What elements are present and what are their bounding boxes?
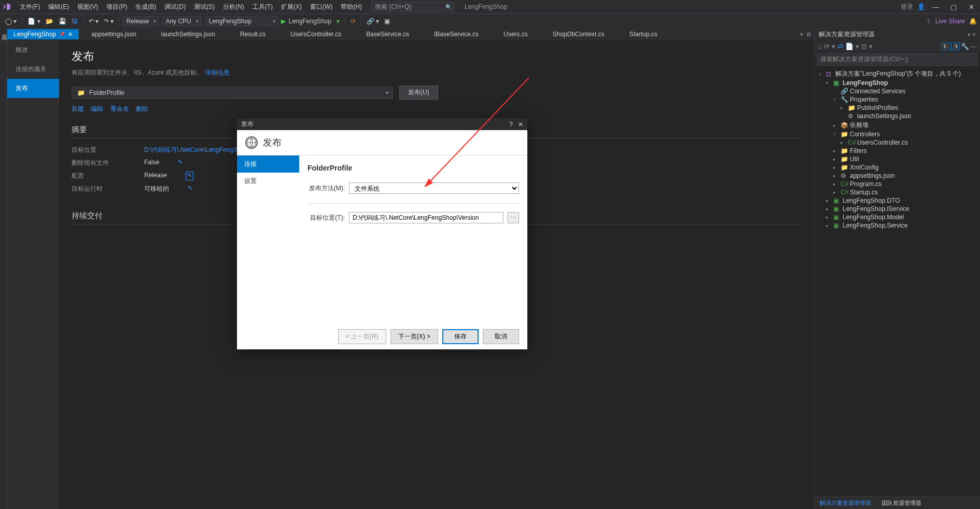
tree-item[interactable]: ▸▣LengFengShop.DTO (815, 196, 980, 205)
notifications-icon[interactable]: 🔔 (969, 18, 977, 25)
menu-item[interactable]: 窗口(W) (306, 2, 337, 11)
login-link[interactable]: 登录 (901, 3, 913, 11)
profile-new-link[interactable]: 新建 (72, 105, 84, 112)
avatar-icon[interactable]: 👤 (917, 3, 925, 10)
show-all-button[interactable]: 📄 (845, 43, 853, 50)
run-button[interactable]: LengFengShop (287, 17, 333, 26)
scope-button-2[interactable]: ◨ (951, 43, 960, 50)
profile-rename-link[interactable]: 重命名 (110, 105, 129, 112)
details-link[interactable]: 详细信息 (205, 69, 230, 76)
panel-dropdown-button[interactable]: ▾ (968, 32, 970, 37)
config-dropdown[interactable]: Release (122, 16, 159, 26)
profile-edit-link[interactable]: 编辑 (91, 105, 103, 112)
tree-item[interactable]: ▸▣LengFengShop.IService (815, 205, 980, 213)
menu-item[interactable]: 分析(N) (219, 2, 248, 11)
menu-item[interactable]: 帮助(H) (337, 2, 366, 11)
collapse-button[interactable]: ⊟ (861, 43, 867, 50)
close-button[interactable]: ✕ (964, 0, 978, 13)
tabs-dropdown-button[interactable]: ▾ (800, 31, 803, 38)
tree-item[interactable]: ▸▣LengFengShop.Model (815, 213, 980, 221)
wrench-button[interactable]: 🔧 (961, 43, 969, 50)
home-button[interactable]: ⌂ (818, 43, 822, 50)
menu-item[interactable]: 扩展(X) (277, 2, 306, 11)
profile-dropdown[interactable]: 📁 FolderProfile (72, 87, 393, 99)
save-all-button[interactable]: 🖫 (69, 17, 80, 26)
menu-item[interactable]: 文件(F) (16, 2, 44, 11)
document-tab[interactable]: appsettings.json (79, 29, 149, 39)
document-tab[interactable]: launchSettings.json (149, 29, 228, 39)
tree-item[interactable]: ▸⚙appsettings.json (815, 172, 980, 180)
publish-method-select[interactable]: 文件系统 (349, 182, 519, 194)
sync-button[interactable]: ⇄ (837, 43, 843, 50)
menu-item[interactable]: 工具(T) (248, 2, 277, 11)
tree-item[interactable]: ▸▣LengFengShop.Service (815, 221, 980, 230)
document-tab[interactable]: UsersController.cs (278, 29, 354, 39)
document-tab[interactable]: BaseService.cs (354, 29, 422, 39)
maximize-button[interactable]: ▢ (947, 0, 960, 13)
menu-item[interactable]: 视图(V) (73, 2, 102, 11)
browse-button[interactable]: … (508, 212, 519, 223)
profile-delete-link[interactable]: 删除 (136, 105, 148, 112)
solution-root[interactable]: ▿⊡解决方案"LengFengShop"(5 个项目，共 5 个) (815, 69, 980, 79)
thumbnail-button[interactable]: ▣ (382, 17, 392, 26)
open-button[interactable]: 📂 (44, 17, 55, 26)
edit-config-button[interactable]: ✎ (186, 172, 193, 180)
publish-button[interactable]: 发布(U) (399, 86, 438, 100)
team-explorer-tab[interactable]: 团队资源管理器 (876, 497, 927, 509)
tree-item[interactable]: ▸C#UsersController.cs (815, 138, 980, 147)
live-share-button[interactable]: Live Share (935, 18, 965, 25)
nav-publish[interactable]: 发布 (7, 79, 59, 98)
document-tab[interactable]: Users.cs (491, 29, 540, 39)
tree-item[interactable]: ▿▣LengFengShop (815, 79, 980, 87)
refresh-button[interactable]: ⟳ (348, 17, 358, 26)
tree-item[interactable]: ▸📁Filters (815, 147, 980, 155)
target-location-input[interactable] (349, 212, 503, 223)
tree-item[interactable]: 🔗Connected Services (815, 87, 980, 95)
quick-search-input[interactable]: 搜索 (Ctrl+Q) (371, 2, 454, 12)
minimize-button[interactable]: — (929, 0, 943, 13)
refresh-tree-button[interactable]: ⟳ (824, 43, 830, 50)
pin-icon[interactable]: 📌 (59, 32, 65, 37)
step-connect[interactable]: 连接 (237, 155, 299, 173)
new-file-button[interactable]: 📄 ▾ (25, 17, 42, 26)
nav-connected-services[interactable]: 连接的服务 (7, 60, 59, 79)
share-button[interactable]: ⇪ (926, 18, 931, 25)
document-tab[interactable]: IBaseService.cs (422, 29, 491, 39)
run-dropdown[interactable]: ▾ (334, 17, 342, 26)
next-button[interactable]: 下一页(X) > (390, 329, 438, 344)
tree-item[interactable]: ▸📁Util (815, 155, 980, 163)
document-tab[interactable]: LengFengShop📌✕ (7, 29, 79, 39)
menu-item[interactable]: 编辑(E) (44, 2, 73, 11)
solution-explorer-tab[interactable]: 解决方案资源管理器 (815, 497, 876, 509)
dialog-close-button[interactable]: ✕ (518, 121, 523, 128)
menu-item[interactable]: 测试(S) (190, 2, 219, 11)
tree-item[interactable]: ⚙launchSettings.json (815, 112, 980, 120)
nav-overview[interactable]: 概述 (7, 40, 59, 60)
tree-item[interactable]: ▸📁XmlConfig (815, 163, 980, 172)
startup-project-dropdown[interactable]: LengFengShop (205, 16, 278, 26)
scope-button-1[interactable]: ◧ (941, 43, 950, 50)
menu-item[interactable]: 生成(B) (131, 2, 160, 11)
redo-button[interactable]: ↷ ▾ (102, 17, 116, 26)
document-tab[interactable]: Result.cs (228, 29, 278, 39)
menu-item[interactable]: 项目(P) (102, 2, 131, 11)
tree-item[interactable]: ▸📁PublishProfiles (815, 104, 980, 112)
platform-dropdown[interactable]: Any CPU (162, 16, 201, 26)
tabs-settings-button[interactable]: ✿ (806, 31, 811, 38)
browser-link-button[interactable]: 🔗 ▾ (365, 17, 381, 26)
close-tab-button[interactable]: ✕ (68, 31, 73, 38)
tree-item[interactable]: ▸C#Startup.cs (815, 188, 980, 196)
tree-item[interactable]: ▿📁Controllers (815, 130, 980, 138)
document-tab[interactable]: ShopDbContext.cs (540, 29, 617, 39)
menu-item[interactable]: 调试(D) (160, 2, 190, 11)
tree-item[interactable]: ▸C#Program.cs (815, 180, 980, 188)
cancel-button[interactable]: 取消 (483, 329, 519, 344)
edit-delete-existing-button[interactable]: ✎ (178, 159, 183, 167)
tree-item[interactable]: ▸📦依赖项 (815, 120, 980, 130)
dialog-help-button[interactable]: ? (509, 121, 513, 128)
nav-back-button[interactable]: ◯ ▾ (3, 17, 19, 26)
document-tab[interactable]: Startup.cs (617, 29, 670, 39)
solution-search-input[interactable]: 搜索解决方案资源管理器(Ctrl+;) (817, 53, 978, 66)
step-settings[interactable]: 设置 (237, 173, 299, 190)
more-button[interactable]: — (970, 43, 977, 50)
